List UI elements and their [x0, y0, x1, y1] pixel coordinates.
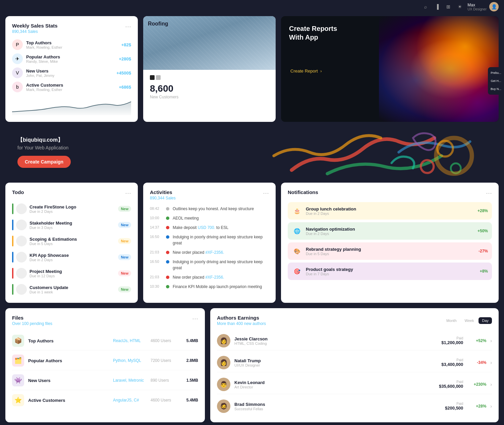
author-item: 👩 Natali Trump UI/UX Designer Paid $3,40…	[217, 353, 492, 372]
campaign-decoration	[227, 127, 499, 177]
author-role: UI/UX Designer	[234, 363, 437, 367]
notif-value: +8%	[480, 269, 488, 274]
notif-value: +28%	[478, 208, 488, 213]
authors-list: 👩 Jessie Clarcson HTML, CSS Coding Paid …	[217, 331, 492, 416]
todo-dot	[12, 203, 13, 214]
stat-authors: John, Pat, Jimmy	[26, 74, 113, 78]
todo-info: Customers Update Due in 1 week	[30, 285, 115, 294]
row3: Todo ⋯ Create FireStone Logo Due in 2 Da…	[5, 183, 499, 303]
notif-info: Group lunch celebration Due in 2 Days	[306, 206, 474, 216]
todo-due: Due in 2 Days	[30, 209, 115, 214]
period-tab-day[interactable]: Day	[479, 317, 492, 324]
period-tab-month[interactable]: Month	[443, 317, 460, 324]
activity-text: Make deposit USD 700. to ESL	[173, 225, 228, 231]
file-item: 📦 Top Authors ReactJs, HTML 4600 Users 5…	[12, 331, 198, 350]
period-tabs: MonthWeekDay	[443, 317, 492, 324]
create-campaign-button[interactable]: Create Campaign	[17, 156, 71, 168]
user-name: Max	[467, 3, 487, 7]
weekly-sales-title: Weekly Sales Stats	[12, 23, 58, 29]
author-change: -34%	[471, 360, 486, 365]
new-customers-num: 8,600	[150, 83, 269, 94]
todo-item: Customers Update Due in 1 week New	[12, 283, 131, 296]
author-paid-label: Paid	[441, 336, 463, 340]
files-dots[interactable]: ⋯	[192, 315, 198, 322]
notif-due: Due in 5 Days	[306, 252, 475, 256]
roofing-label: Roofing	[148, 21, 168, 27]
author-arrow-icon[interactable]: ›	[490, 382, 492, 387]
author-paid-value: $200,500	[445, 406, 463, 411]
period-tab-week[interactable]: Week	[461, 317, 478, 324]
file-icon: ⭐	[12, 394, 24, 406]
todo-badge: New	[118, 238, 131, 244]
todo-dot	[12, 236, 13, 246]
stat-info: Top Authors Mark, Rowling, Esther	[26, 40, 118, 49]
notifications-dots[interactable]: ⋯	[486, 189, 492, 197]
file-icon: 🗂️	[12, 355, 24, 367]
stat-value: +82$	[121, 42, 131, 47]
notif-info: Navigation optimization Due in 2 Days	[306, 227, 474, 236]
activity-time: 21:03	[150, 250, 163, 254]
author-arrow-icon[interactable]: ›	[490, 404, 492, 409]
activity-link[interactable]: #XF-2356.	[205, 275, 224, 280]
create-reports-title: Create ReportsWith App	[289, 24, 491, 42]
stat-name: Popular Authors	[26, 54, 115, 59]
todo-item: KPI App Showcase Due in 2 Days New	[12, 250, 131, 264]
todo-due: Due in 1 week	[30, 290, 115, 294]
brightness-icon[interactable]: ☀	[456, 3, 463, 10]
author-change: +52%	[471, 338, 486, 343]
file-item: 🗂️ Popular Authors Python, MySQL 7200 Us…	[12, 351, 198, 370]
activity-dot	[166, 217, 169, 220]
file-size: 5.4MB	[181, 338, 198, 343]
authors-earnings-title: Authors Earnings	[217, 315, 266, 321]
author-arrow-icon[interactable]: ›	[490, 360, 492, 365]
activity-dot	[166, 285, 169, 288]
todo-info: KPI App Showcase Due in 2 Days	[30, 253, 115, 262]
activity-list: 08:42 Outlines keep you honest. And keep…	[150, 206, 269, 290]
grid-icon[interactable]: ⊞	[445, 3, 452, 10]
search-icon[interactable]: ⌕	[422, 3, 429, 10]
author-paid-value: $35,600,000	[439, 384, 463, 389]
author-name: Jessie Clarcson	[234, 336, 437, 341]
activity-text: Indulging in poorly driving and keep str…	[173, 259, 269, 271]
main-content: Weekly Sales Stats 890,344 Sales ⋯ P Top…	[0, 13, 504, 425]
weekly-sales-dots[interactable]: ⋯	[125, 23, 131, 30]
author-role: HTML, CSS Coding	[234, 341, 437, 345]
todo-dots[interactable]: ⋯	[125, 189, 131, 197]
todo-info: Scoping & Estimations Due in 5 Days	[30, 237, 115, 246]
activity-text: New order placed #XF-2356.	[173, 249, 224, 255]
todo-name: Customers Update	[30, 285, 115, 290]
todo-due: Due in 3 Days	[30, 226, 115, 230]
row1: Weekly Sales Stats 890,344 Sales ⋯ P Top…	[5, 16, 499, 122]
file-name: Active Customers	[28, 398, 109, 403]
new-customers-label: New Customers	[150, 95, 269, 99]
todo-item: Stakeholder Meeting Due in 3 Days New	[12, 218, 131, 232]
file-users: 890 Users	[151, 378, 177, 383]
notif-due: Due in 2 Days	[306, 232, 474, 236]
create-report-link[interactable]: Create Report ›	[289, 68, 491, 74]
activity-link[interactable]: USD 700.	[198, 225, 215, 230]
todo-dot	[12, 268, 13, 279]
author-avatar: 🧔	[217, 399, 230, 413]
author-arrow-icon[interactable]: ›	[490, 338, 492, 343]
author-paid-label: Paid	[439, 380, 463, 384]
file-tech: Laravel, Metronic	[113, 378, 147, 383]
activity-time: 21:03	[150, 275, 163, 279]
notif-icon: 🎨	[292, 246, 302, 256]
author-paid-label: Paid	[445, 402, 463, 406]
stat-name: Active Customers	[26, 83, 115, 88]
activity-link[interactable]: #XF-2356.	[205, 250, 224, 255]
author-paid-value: $3,400,000	[441, 362, 463, 367]
user-info: Max UX Designer 👤	[467, 2, 499, 11]
stat-icon: b	[12, 82, 23, 92]
activities-dots[interactable]: ⋯	[263, 189, 269, 197]
files-card: Files Over 100 pending files ⋯ 📦 Top Aut…	[5, 308, 205, 422]
activity-item: 08:42 Outlines keep you honest. And keep…	[150, 206, 269, 212]
activity-text: Outlines keep you honest. And keep struc…	[173, 206, 254, 212]
todo-name: Stakeholder Meeting	[30, 221, 115, 226]
files-subtitle: Over 100 pending files	[12, 321, 52, 326]
activity-text: New order placed #XF-2356.	[173, 274, 224, 280]
notif-item: 🌐 Navigation optimization Due in 2 Days …	[288, 222, 492, 240]
side-panel-item[interactable]: Buy N...	[490, 86, 502, 92]
campaign-subtitle: for Your Web Application	[17, 145, 71, 150]
activity-time: 16:50	[150, 235, 163, 239]
